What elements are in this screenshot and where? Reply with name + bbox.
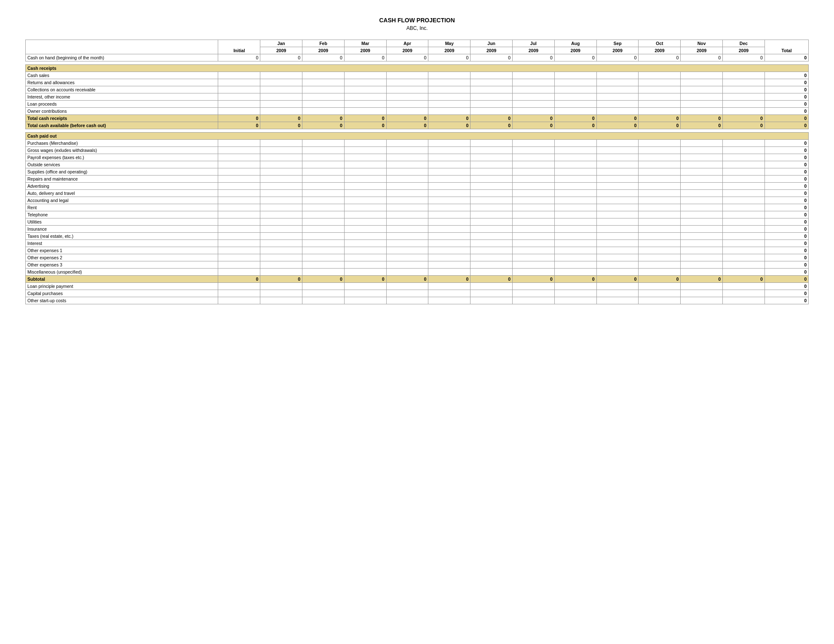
spacer-2 bbox=[26, 129, 809, 133]
owner-contributions-row: Owner contributions 0 bbox=[26, 108, 809, 115]
outside-services-row: Outside services 0 bbox=[26, 161, 809, 168]
page-title: CASH FLOW PROJECTION bbox=[25, 17, 809, 24]
spacer-1 bbox=[26, 61, 809, 65]
owner-contributions-label: Owner contributions bbox=[26, 108, 218, 115]
insurance-row: Insurance 0 bbox=[26, 226, 809, 233]
jan-year: 2009 bbox=[260, 47, 302, 54]
jun-year: 2009 bbox=[470, 47, 513, 54]
aug-year: 2009 bbox=[554, 47, 596, 54]
sep-year: 2009 bbox=[596, 47, 639, 54]
interest-row: Interest 0 bbox=[26, 240, 809, 247]
rent-row: Rent 0 bbox=[26, 204, 809, 211]
total-header: Total bbox=[764, 40, 808, 54]
may-header: May bbox=[428, 40, 470, 47]
telephone-row: Telephone 0 bbox=[26, 211, 809, 218]
jul-header: Jul bbox=[513, 40, 555, 47]
cash-paid-out-title: Cash paid out bbox=[26, 133, 809, 140]
dec-header: Dec bbox=[723, 40, 765, 47]
jan-header: Jan bbox=[260, 40, 302, 47]
other-expenses-2-row: Other expenses 2 0 bbox=[26, 254, 809, 261]
cash-receipts-header: Cash receipts bbox=[26, 65, 809, 72]
feb-year: 2009 bbox=[302, 47, 345, 54]
total-cash-available-row: Total cash available (before cash out) 0… bbox=[26, 122, 809, 129]
oct-year: 2009 bbox=[639, 47, 681, 54]
column-headers: Initial Jan Feb Mar Apr May Jun Jul Aug … bbox=[26, 40, 809, 47]
loan-principle-row: Loan principle payment 0 bbox=[26, 283, 809, 290]
cash-sales-row: Cash sales 0 bbox=[26, 72, 809, 79]
taxes-row: Taxes (real estate, etc.) 0 bbox=[26, 233, 809, 240]
cash-on-hand-row: Cash on hand (beginning of the month) 0 … bbox=[26, 54, 809, 61]
total-cash-receipts-row: Total cash receipts 0 0 0 0 0 0 0 0 0 0 … bbox=[26, 115, 809, 122]
nov-year: 2009 bbox=[681, 47, 723, 54]
total-cash-available-label: Total cash available (before cash out) bbox=[26, 122, 218, 129]
may-year: 2009 bbox=[428, 47, 470, 54]
mar-year: 2009 bbox=[344, 47, 386, 54]
aug-header: Aug bbox=[554, 40, 596, 47]
returns-label: Returns and allowances bbox=[26, 79, 218, 86]
advertising-row: Advertising 0 bbox=[26, 183, 809, 190]
nov-header: Nov bbox=[681, 40, 723, 47]
loan-proceeds-row: Loan proceeds 0 bbox=[26, 101, 809, 108]
initial-header: Initial bbox=[218, 40, 260, 54]
gross-wages-row: Gross wages (exludes withdrawals) 0 bbox=[26, 147, 809, 154]
loan-proceeds-label: Loan proceeds bbox=[26, 101, 218, 108]
miscellaneous-row: Miscellaneous (unspecified) 0 bbox=[26, 269, 809, 276]
returns-row: Returns and allowances 0 bbox=[26, 79, 809, 86]
cash-flow-table: Initial Jan Feb Mar Apr May Jun Jul Aug … bbox=[25, 40, 809, 304]
apr-header: Apr bbox=[386, 40, 428, 47]
accounting-row: Accounting and legal 0 bbox=[26, 197, 809, 204]
subtotal-row: Subtotal 0 0 0 0 0 0 0 0 0 0 0 0 0 0 bbox=[26, 276, 809, 283]
other-expenses-1-row: Other expenses 1 0 bbox=[26, 247, 809, 254]
purchases-row: Purchases (Merchandise) 0 bbox=[26, 140, 809, 147]
total-cash-receipts-label: Total cash receipts bbox=[26, 115, 218, 122]
mar-header: Mar bbox=[344, 40, 386, 47]
cash-receipts-title: Cash receipts bbox=[26, 65, 809, 72]
dec-year: 2009 bbox=[723, 47, 765, 54]
cash-on-hand-initial[interactable]: 0 bbox=[218, 54, 260, 61]
cash-sales-label: Cash sales bbox=[26, 72, 218, 79]
interest-income-label: Interest, other income bbox=[26, 93, 218, 101]
cash-on-hand-label: Cash on hand (beginning of the month) bbox=[26, 54, 218, 61]
label-header bbox=[26, 40, 218, 54]
jun-header: Jun bbox=[470, 40, 513, 47]
payroll-expenses-row: Payroll expenses (taxes etc.) 0 bbox=[26, 154, 809, 161]
oct-header: Oct bbox=[639, 40, 681, 47]
capital-purchases-row: Capital purchases 0 bbox=[26, 290, 809, 297]
other-expenses-3-row: Other expenses 3 0 bbox=[26, 261, 809, 269]
auto-delivery-row: Auto, delivery and travel 0 bbox=[26, 190, 809, 197]
cash-paid-out-header: Cash paid out bbox=[26, 133, 809, 140]
apr-year: 2009 bbox=[386, 47, 428, 54]
interest-income-row: Interest, other income 0 bbox=[26, 93, 809, 101]
jul-year: 2009 bbox=[513, 47, 555, 54]
utilities-row: Utilities 0 bbox=[26, 218, 809, 226]
startup-costs-row: Other start-up costs 0 bbox=[26, 297, 809, 304]
collections-label: Collections on accounts receivable bbox=[26, 86, 218, 93]
supplies-row: Supplies (office and operating) 0 bbox=[26, 168, 809, 176]
subtotal-label: Subtotal bbox=[26, 276, 218, 283]
repairs-row: Repairs and maintenance 0 bbox=[26, 176, 809, 183]
collections-row: Collections on accounts receivable 0 bbox=[26, 86, 809, 93]
page-subtitle: ABC, Inc. bbox=[25, 25, 809, 31]
sep-header: Sep bbox=[596, 40, 639, 47]
feb-header: Feb bbox=[302, 40, 345, 47]
